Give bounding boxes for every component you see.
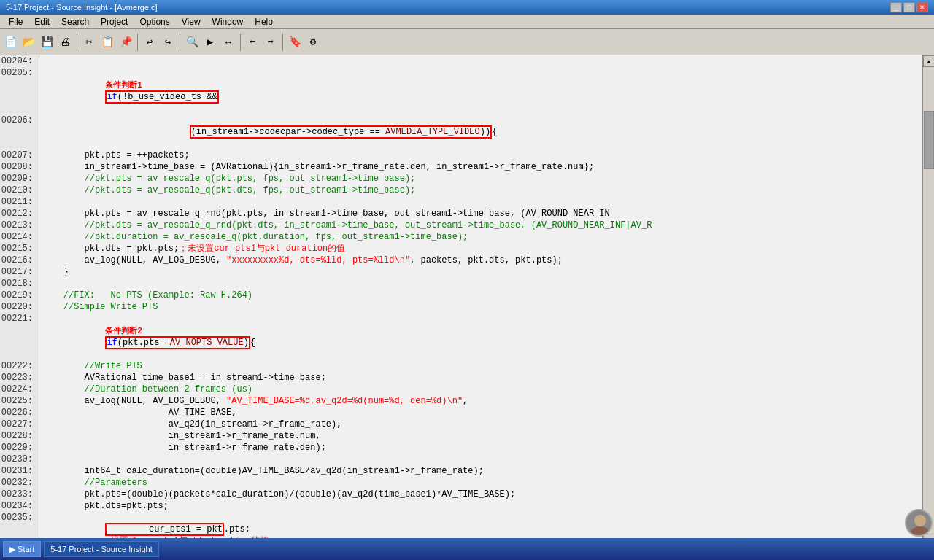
line-content[interactable]: av_log(NULL, AV_LOG_DEBUG, "xxxxxxxxx%d,… — [39, 254, 563, 266]
forward-button[interactable]: ➡ — [262, 34, 279, 51]
new-file-button[interactable]: 📄 — [1, 34, 19, 51]
menu-file[interactable]: File — [3, 16, 28, 28]
scroll-track[interactable] — [923, 67, 934, 534]
table-row: 00215: pkt.dts = pkt.pts;；未设置cur_pts1与pk… — [0, 243, 922, 254]
line-content[interactable]: //pkt.dts = av_rescale_q_rnd(pkt.dts, in… — [39, 219, 652, 231]
titlebar: 5-17 Project - Source Insight - [Avmerge… — [0, 0, 934, 15]
print-button[interactable]: 🖨 — [56, 34, 74, 51]
line-content[interactable]: pkt.dts = pkt.pts;；未设置cur_pts1与pkt_durat… — [39, 243, 345, 254]
undo-button[interactable]: ↩ — [141, 34, 158, 51]
table-row: 00208: in_stream1->time_base = (AVRation… — [0, 161, 922, 173]
table-row: 00220: //Simple Write PTS — [0, 301, 922, 313]
scroll-thumb[interactable] — [924, 111, 934, 169]
line-content[interactable]: } — [39, 266, 69, 278]
editor-main: 00204: 00205: 条件判断1 if(!b_use_video_ts &… — [0, 55, 934, 545]
redo-button[interactable]: ↪ — [159, 34, 177, 51]
svg-point-0 — [914, 515, 926, 526]
menu-window[interactable]: Window — [207, 16, 250, 28]
separator-2 — [137, 34, 138, 51]
open-button[interactable]: 📂 — [20, 34, 37, 51]
code-container: 00204: 00205: 条件判断1 if(!b_use_video_ts &… — [0, 55, 934, 545]
back-button[interactable]: ⬅ — [244, 34, 261, 51]
line-content[interactable]: av_q2d(in_stream1->r_frame_rate), — [39, 419, 341, 430]
cut-button[interactable]: ✂ — [80, 34, 98, 51]
line-content[interactable]: (in_stream1->codecpar->codec_type == AVM… — [39, 114, 497, 149]
line-content[interactable] — [39, 55, 47, 67]
code-text: (in_stream1->codecpar->codec_type == AVM… — [105, 125, 497, 139]
line-content[interactable]: int64_t calc_duration=(double)AV_TIME_BA… — [39, 465, 484, 477]
line-number: 00232: — [0, 477, 39, 489]
save-button[interactable]: 💾 — [38, 34, 55, 51]
line-number: 00209: — [0, 173, 39, 184]
line-content[interactable]: //Simple Write PTS — [39, 301, 158, 313]
line-content[interactable]: in_stream1->time_base = (AVRational){in_… — [39, 161, 594, 173]
line-content[interactable]: 条件判断1 if(!b_use_video_ts && — [39, 67, 219, 114]
menu-help[interactable]: Help — [249, 16, 279, 28]
find-button[interactable]: 🔍 — [183, 34, 201, 51]
table-row: 00204: — [0, 55, 922, 67]
close-button[interactable]: ✕ — [916, 2, 928, 12]
vertical-scrollbar[interactable]: ▲ ▼ — [922, 55, 934, 545]
line-content[interactable]: av_log(NULL, AV_LOG_DEBUG, "AV_TIME_BASE… — [39, 395, 468, 407]
findnext-button[interactable]: ▶ — [201, 34, 219, 51]
line-content[interactable]: pkt.dts=pkt.pts; — [39, 500, 169, 512]
line-content[interactable] — [39, 454, 47, 465]
window-controls[interactable]: _ □ ✕ — [890, 2, 928, 12]
menu-options[interactable]: Options — [134, 16, 175, 28]
line-content[interactable]: AVRational time_base1 = in_stream1->time… — [39, 372, 326, 384]
copy-button[interactable]: 📋 — [99, 34, 116, 51]
line-content[interactable]: //pkt.duration = av_rescale_q(pkt.durati… — [39, 231, 468, 243]
line-number: 00206: — [0, 114, 39, 149]
table-row: 00211: — [0, 196, 922, 208]
taskbar-start[interactable]: ▶ Start — [3, 541, 41, 557]
code-scroll[interactable]: 00204: 00205: 条件判断1 if(!b_use_video_ts &… — [0, 55, 922, 545]
table-row: 00226: AV_TIME_BASE, — [0, 407, 922, 419]
maximize-button[interactable]: □ — [903, 2, 915, 12]
line-content[interactable] — [39, 196, 47, 208]
table-row: 00233: pkt.pts=(double)(packets*calc_dur… — [0, 489, 922, 500]
minimize-button[interactable]: _ — [890, 2, 902, 12]
table-row: 00229: in_stream1->r_frame_rate.den); — [0, 442, 922, 454]
annotation-cond1: 条件判断1 — [105, 80, 142, 89]
line-number: 00213: — [0, 219, 39, 231]
line-content[interactable]: //Write PTS — [39, 360, 142, 372]
separator-3 — [180, 34, 180, 51]
menu-view[interactable]: View — [176, 16, 207, 28]
table-row: 00207: pkt.pts = ++packets; — [0, 149, 922, 161]
line-content[interactable]: //FIX: No PTS (Example: Raw H.264) — [39, 289, 252, 301]
line-number: 00204: — [0, 55, 39, 67]
line-content[interactable]: //pkt.dts = av_rescale_q(pkt.dts, fps, o… — [39, 184, 415, 196]
menu-project[interactable]: Project — [95, 16, 134, 28]
line-content[interactable]: 条件判断2 if(pkt.pts==AV_NOPTS_VALUE){ — [39, 313, 255, 360]
line-number: 00214: — [0, 231, 39, 243]
line-content[interactable]: //Parameters — [39, 477, 147, 489]
taskbar-app[interactable]: 5-17 Project - Source Insight — [44, 541, 158, 557]
table-row: 00216: av_log(NULL, AV_LOG_DEBUG, "xxxxx… — [0, 254, 922, 266]
table-row: 00209: //pkt.pts = av_rescale_q(pkt.pts,… — [0, 173, 922, 184]
scroll-up-button[interactable]: ▲ — [923, 55, 934, 67]
line-number: 00231: — [0, 465, 39, 477]
line-content[interactable]: pkt.pts=(double)(packets*calc_duration)/… — [39, 489, 515, 500]
separator-1 — [77, 34, 77, 51]
line-content[interactable]: pkt.pts = av_rescale_q_rnd(pkt.pts, in_s… — [39, 208, 610, 219]
line-content[interactable]: in_stream1->r_frame_rate.den); — [39, 442, 326, 454]
line-number: 00218: — [0, 278, 39, 289]
line-content[interactable]: in_stream1->r_frame_rate.num, — [39, 430, 321, 442]
code-wrapper: 00204: 00205: 条件判断1 if(!b_use_video_ts &… — [0, 55, 922, 545]
bookmark-button[interactable]: 🔖 — [286, 34, 304, 51]
menu-edit[interactable]: Edit — [28, 16, 55, 28]
line-content[interactable]: //pkt.pts = av_rescale_q(pkt.pts, fps, o… — [39, 173, 415, 184]
menu-search[interactable]: Search — [55, 16, 95, 28]
line-number: 00212: — [0, 208, 39, 219]
line-content[interactable] — [39, 278, 47, 289]
paste-button[interactable]: 📌 — [117, 34, 134, 51]
code-text: if(pkt.pts==AV_NOPTS_VALUE){ — [105, 336, 255, 349]
line-content[interactable]: //Duration between 2 frames (us) — [39, 384, 252, 395]
line-number: 00225: — [0, 395, 39, 407]
settings-button[interactable]: ⚙ — [304, 34, 322, 51]
line-number: 00217: — [0, 266, 39, 278]
line-number: 00215: — [0, 243, 39, 254]
line-content[interactable]: pkt.pts = ++packets; — [39, 149, 190, 161]
line-content[interactable]: AV_TIME_BASE, — [39, 407, 236, 419]
replace-button[interactable]: ↔ — [220, 34, 237, 51]
